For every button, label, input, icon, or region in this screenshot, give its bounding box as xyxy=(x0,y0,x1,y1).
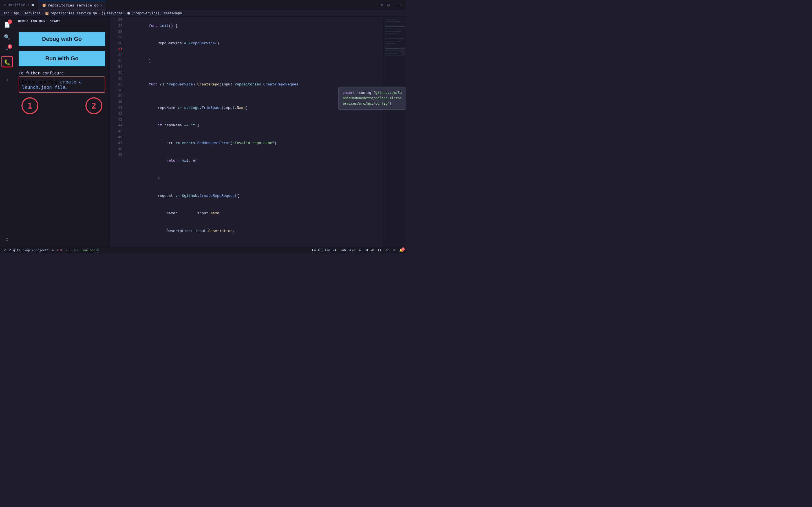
branch-icon: ⎇ xyxy=(3,248,6,252)
code-area: 26 27 28 29 30 31 32 33 34 35 36 37 38 3… xyxy=(110,17,406,247)
svg-rect-14 xyxy=(385,45,391,45)
svg-rect-12 xyxy=(385,42,401,42)
tab-repo-icon: 🐹 xyxy=(42,3,46,7)
sidebar-item-share[interactable]: ↗ xyxy=(1,74,13,86)
tab-bar-right-actions: ⇄ ⊞ ··· xyxy=(381,2,406,8)
code-line-35: } xyxy=(125,170,384,187)
source-control-badge: 6 xyxy=(8,44,12,49)
branch-name: ⎇ github-api-project* xyxy=(8,248,49,252)
status-language[interactable]: Go xyxy=(386,248,389,252)
tab-size-label: Tab Size: 4 xyxy=(340,248,361,252)
code-line-39: Private: false, xyxy=(125,240,384,247)
code-line-32: if repoName == "" { xyxy=(125,117,384,134)
language-label: Go xyxy=(386,248,389,252)
svg-rect-11 xyxy=(385,40,399,40)
explorer-badge: 1 xyxy=(8,19,12,24)
error-count: 0 xyxy=(60,248,62,252)
tab-untitled-label: Untitled-1 xyxy=(8,3,30,7)
line-numbers: 26 27 28 29 30 31 32 33 34 35 36 37 38 3… xyxy=(110,17,125,247)
code-line-36: request := &github.CreateRepoRequest{ xyxy=(125,187,384,205)
sync-icon: ↻ xyxy=(52,248,54,252)
sidebar-item-settings[interactable]: ⚙ xyxy=(1,233,13,244)
breadcrumb-services2[interactable]: services xyxy=(107,11,123,15)
tab-repo-service[interactable]: 🐹 repositories_service.go ✕ xyxy=(38,0,107,10)
position-label: Ln 45, Col 24 xyxy=(312,248,336,252)
status-sync[interactable]: ↻ xyxy=(52,248,54,252)
status-tab-size[interactable]: Tab Size: 4 xyxy=(340,248,361,252)
configure-box: Debug and Run create a launch.json file. xyxy=(19,76,105,93)
sidebar-item-debug[interactable]: 🐛 xyxy=(1,56,13,67)
svg-rect-13 xyxy=(385,43,395,44)
annotation-2: 2 xyxy=(85,97,102,114)
status-branch[interactable]: ⎇ ⎇ github-api-project* xyxy=(3,248,49,252)
configure-title: To futher configure xyxy=(19,71,105,75)
status-emoji[interactable]: ☺ xyxy=(393,248,395,252)
breadcrumb-method[interactable]: (*repoService).CreateRepo xyxy=(131,11,182,15)
code-line-34: return nil, err xyxy=(125,152,384,169)
error-icon: ⊘ xyxy=(57,248,59,252)
sidebar-item-explorer[interactable]: 📄 1 xyxy=(1,19,13,30)
live-share-icon: ⎋ xyxy=(74,248,76,252)
breadcrumb-file-icon: 🐹 xyxy=(45,11,49,15)
svg-rect-5 xyxy=(385,28,403,29)
svg-rect-16 xyxy=(385,50,402,51)
configure-section: To futher configure Debug and Run create… xyxy=(19,71,105,93)
search-icon: 🔍 xyxy=(4,34,10,40)
svg-rect-20 xyxy=(401,47,406,56)
configure-text-before: Debug and Run xyxy=(22,79,57,84)
more-icon[interactable]: ··· xyxy=(394,2,402,8)
code-editor[interactable]: 26 27 28 29 30 31 32 33 34 35 36 37 38 3… xyxy=(110,17,406,247)
status-warnings[interactable]: ⚠ 0 xyxy=(65,248,70,252)
sidebar-panel: DEBUG AND RUN: START Debug with Go Run w… xyxy=(14,17,110,247)
warning-count: 0 xyxy=(68,248,70,252)
breadcrumb-services[interactable]: services xyxy=(24,11,41,15)
breadcrumb-api[interactable]: api xyxy=(14,11,20,15)
sidebar-item-search[interactable]: 🔍 xyxy=(1,31,13,43)
hover-tooltip: import (config "github.com/So phieDeBene… xyxy=(338,87,406,110)
svg-rect-7 xyxy=(385,31,402,32)
warning-icon: ⚠ xyxy=(65,248,67,252)
breadcrumb: src › api › services › 🐹 repositories_se… xyxy=(0,10,406,17)
annotations-row: 1 2 xyxy=(19,97,105,114)
settings-icon: ⚙ xyxy=(6,236,9,242)
code-content[interactable]: func init() { RepoService = &repoService… xyxy=(125,17,384,247)
svg-rect-18 xyxy=(385,53,398,54)
status-encoding[interactable]: UTF-8 xyxy=(365,248,374,252)
annotation-1: 1 xyxy=(21,97,38,114)
share-icon: ↗ xyxy=(6,77,8,82)
status-live-share[interactable]: ⎋ ⎋ Live Share xyxy=(74,248,99,252)
status-position[interactable]: Ln 45, Col 24 xyxy=(312,248,336,252)
code-line-33: err := errors.BadRequestError("Invalid r… xyxy=(125,134,384,152)
debug-with-go-button[interactable]: Debug with Go xyxy=(19,32,105,46)
tab-untitled[interactable]: ≡ Untitled-1 xyxy=(0,0,38,10)
layout-icon[interactable]: ⊞ xyxy=(387,2,390,8)
status-eol[interactable]: LF xyxy=(378,248,382,252)
breadcrumb-src[interactable]: src xyxy=(3,11,10,15)
code-line-27: RepoService = &repoService{} xyxy=(125,35,384,52)
status-bar: ⎇ ⎇ github-api-project* ↻ ⊘ 0 ⚠ 0 ⎋ ⎋ Li… xyxy=(0,247,406,253)
tab-bar: ≡ Untitled-1 🐹 repositories_service.go ✕… xyxy=(0,0,406,10)
breadcrumb-file[interactable]: repositories_service.go xyxy=(50,11,97,15)
sidebar-header: DEBUG AND RUN: START xyxy=(14,17,110,26)
breadcrumb-symbol-icon: ⬟ xyxy=(127,11,130,15)
sidebar-item-source-control[interactable]: ⑂ 6 xyxy=(1,44,13,55)
tab-untitled-dot xyxy=(32,4,34,6)
run-with-go-button[interactable]: Run with Go xyxy=(19,51,105,66)
code-line-28: } xyxy=(125,52,384,70)
code-line-37: Name: input.Name, xyxy=(125,205,384,222)
svg-rect-8 xyxy=(385,33,398,34)
live-share-label: ⎋ Live Share xyxy=(77,248,99,252)
status-notifications[interactable]: 🔔 8 xyxy=(399,248,403,252)
tab-untitled-icon: ≡ xyxy=(4,3,6,7)
code-line-38: Description: input.Description, xyxy=(125,222,384,240)
tab-repo-label: repositories_service.go xyxy=(48,3,99,7)
status-errors[interactable]: ⊘ 0 xyxy=(57,248,62,252)
debug-icon: 🐛 xyxy=(4,59,10,65)
svg-rect-10 xyxy=(385,38,403,39)
tab-repo-close-icon[interactable]: ✕ xyxy=(100,3,102,7)
compare-icon[interactable]: ⇄ xyxy=(381,2,384,8)
sidebar-content: Debug with Go Run with Go To futher conf… xyxy=(14,26,110,120)
svg-rect-19 xyxy=(385,55,401,56)
code-line-29 xyxy=(125,70,384,76)
svg-rect-1 xyxy=(385,19,396,20)
